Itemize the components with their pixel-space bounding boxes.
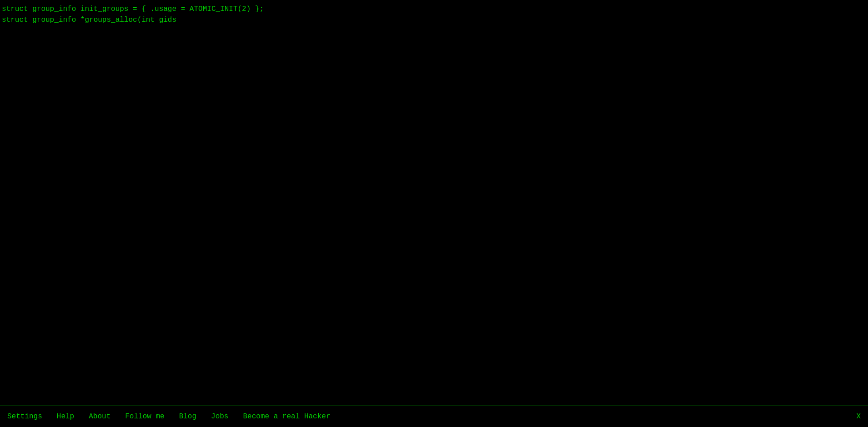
jobs-link[interactable]: Jobs <box>211 412 228 421</box>
code-line-3: struct group_info *groups_alloc(int gids <box>2 15 866 25</box>
help-link[interactable]: Help <box>57 412 74 421</box>
close-button[interactable]: X <box>856 412 861 421</box>
footer: SettingsHelpAboutFollow meBlogJobsBecome… <box>0 405 868 427</box>
about-link[interactable]: About <box>89 412 110 421</box>
become-hacker-link[interactable]: Become a real Hacker <box>243 412 330 421</box>
follow-me-link[interactable]: Follow me <box>125 412 164 421</box>
code-line-1: struct group_info init_groups = { .usage… <box>2 4 866 15</box>
settings-link[interactable]: Settings <box>7 412 42 421</box>
blog-link[interactable]: Blog <box>179 412 196 421</box>
code-area: struct group_info init_groups = { .usage… <box>0 0 868 405</box>
